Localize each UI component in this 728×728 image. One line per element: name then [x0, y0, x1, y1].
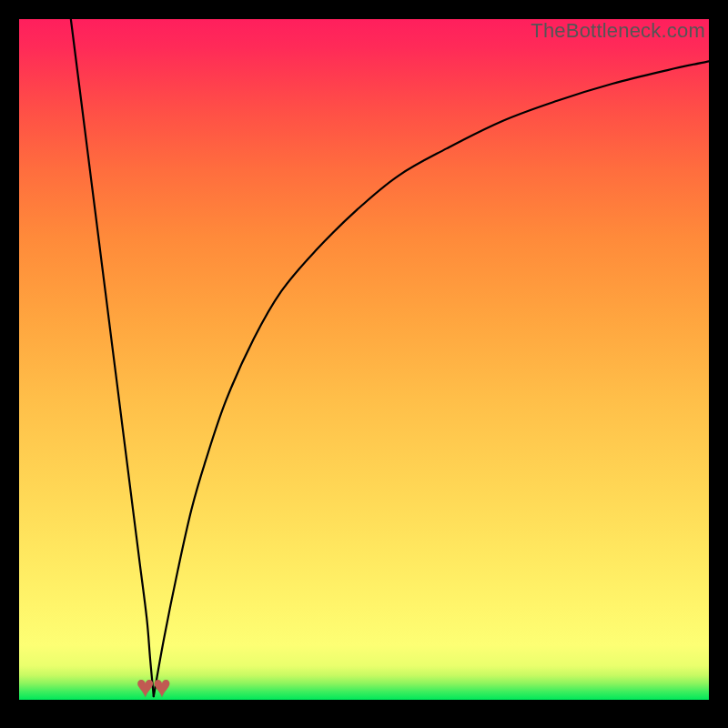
- heart-icon: ♥: [153, 671, 171, 702]
- chart-frame: TheBottleneck.com ♥♥: [19, 19, 709, 709]
- hearts-layer: ♥♥: [19, 19, 709, 700]
- heart-icon: ♥: [136, 671, 155, 702]
- bottleneck-curve: [19, 19, 709, 700]
- curve-right-branch: [154, 61, 709, 696]
- watermark-text: TheBottleneck.com: [531, 19, 705, 43]
- plot-area: TheBottleneck.com ♥♥: [19, 19, 709, 700]
- curve-left-branch: [71, 19, 154, 696]
